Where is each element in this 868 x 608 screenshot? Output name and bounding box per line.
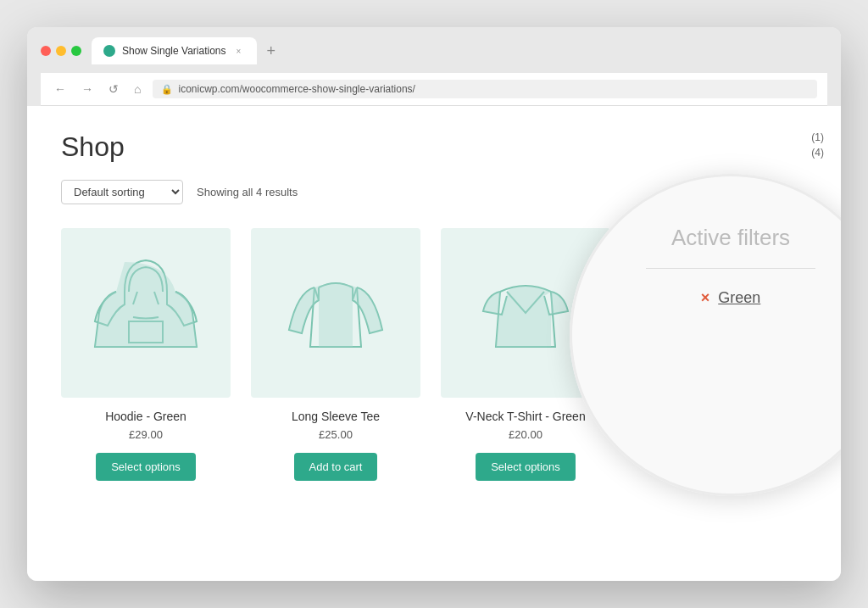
product-name-0: Hoodie - Green [61,410,231,423]
product-card-hoodie: Hoodie - Green £29.00 Select options [61,228,231,481]
titlebar: Show Single Variations × + [41,37,827,64]
product-image-hoodie [61,228,231,398]
page-title: Shop [61,131,807,163]
filter-count-2: (4) [739,147,824,159]
filter-divider [646,268,815,269]
new-tab-button[interactable]: + [264,42,280,60]
back-button[interactable]: ← [51,81,70,98]
sort-select[interactable]: Default sorting [61,180,183,204]
address-bar-row: ← → ↺ ⌂ 🔒 iconicwp.com/woocommerce-show-… [41,73,827,106]
traffic-lights [41,46,81,56]
sidebar: (1) (4) [739,131,824,162]
tab-title: Show Single Variations [122,45,226,57]
tab-bar: Show Single Variations × + [92,37,827,64]
product-name-1: Long Sleeve Tee [251,410,420,423]
product-price-0: £29.00 [61,428,231,441]
forward-button[interactable]: → [78,81,97,98]
product-price-1: £25.00 [251,428,420,441]
active-filters-title: Active filters [671,225,790,251]
product-price-2: £20.00 [441,428,610,441]
tab-close-button[interactable]: × [233,45,245,57]
hoodie-illustration [86,245,205,381]
address-bar[interactable]: 🔒 iconicwp.com/woocommerce-show-single-v… [153,80,817,98]
filter-label-green[interactable]: Green [718,289,760,307]
refresh-button[interactable]: ↺ [105,81,122,98]
vneck-illustration [466,245,585,381]
browser-chrome: Show Single Variations × + ← → ↺ ⌂ 🔒 ico… [27,27,841,106]
product-name-2: V-Neck T-Shirt - Green [441,410,610,423]
page-content: Shop Default sorting Showing all 4 resul… [27,106,841,581]
product-image-longsleeve [251,228,420,398]
results-count: Showing all 4 results [197,186,298,198]
home-button[interactable]: ⌂ [131,81,144,98]
add-to-cart-button-1[interactable]: Add to cart [294,453,378,481]
browser-tab[interactable]: Show Single Variations × [92,37,257,64]
remove-filter-button[interactable]: × [701,289,710,307]
filter-item-green: × Green [701,289,761,307]
url-text: iconicwp.com/woocommerce-show-single-var… [178,83,415,95]
browser-window: Show Single Variations × + ← → ↺ ⌂ 🔒 ico… [27,27,841,581]
filter-count-1: (1) [739,131,824,143]
select-options-button-2[interactable]: Select options [476,453,576,481]
longsleeve-illustration [276,245,395,381]
traffic-light-close[interactable] [41,46,51,56]
tab-favicon [103,45,115,57]
traffic-light-fullscreen[interactable] [71,46,81,56]
select-options-button-0[interactable]: Select options [96,453,196,481]
lock-icon: 🔒 [161,84,173,95]
product-card-longsleeve: Long Sleeve Tee £25.00 Add to cart [251,228,420,481]
traffic-light-minimize[interactable] [56,46,66,56]
